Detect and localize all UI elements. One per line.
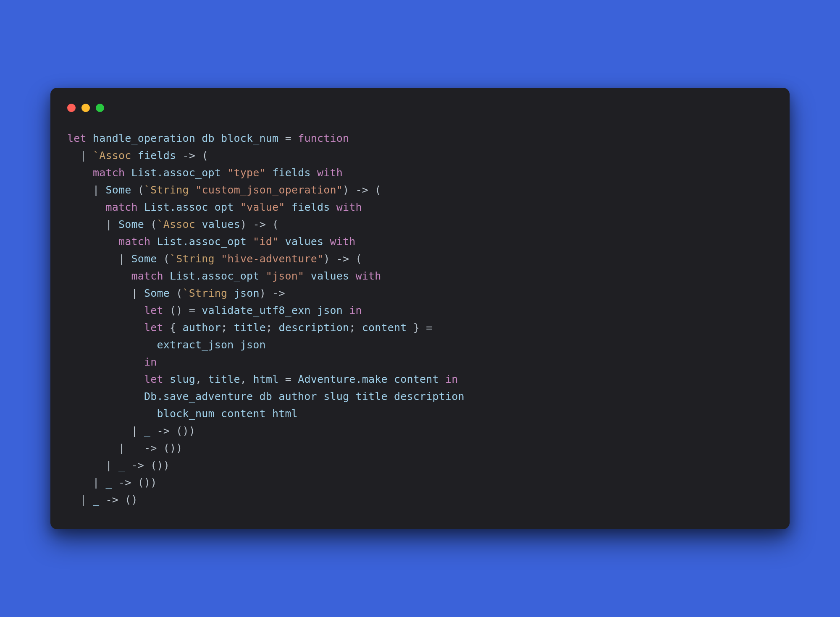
tag-string: `String bbox=[183, 287, 228, 299]
semi: ; bbox=[349, 322, 355, 334]
call-adventure-make: Adventure.make bbox=[298, 373, 388, 385]
paren-open: ( bbox=[202, 149, 208, 162]
arrow: -> bbox=[355, 184, 368, 196]
paren-close: ) bbox=[240, 218, 247, 230]
fn-handle-operation: handle_operation bbox=[93, 132, 195, 144]
kw-match: match bbox=[118, 235, 150, 248]
paren-close: ) bbox=[260, 287, 266, 299]
id-content: content bbox=[221, 408, 266, 420]
str-value: "value" bbox=[240, 201, 285, 213]
pipe: | bbox=[106, 218, 112, 230]
kw-with: with bbox=[330, 235, 355, 248]
field-author: author bbox=[183, 322, 221, 334]
arrow: -> bbox=[157, 425, 170, 437]
id-slug: slug bbox=[170, 373, 195, 385]
param-db: db bbox=[202, 132, 215, 144]
id-values: values bbox=[202, 218, 240, 230]
call-list-assoc-opt: List.assoc_opt bbox=[157, 235, 247, 248]
pipe: | bbox=[131, 287, 138, 299]
kw-function: function bbox=[298, 132, 349, 144]
tag-string: `String bbox=[144, 184, 189, 196]
kw-match: match bbox=[106, 201, 138, 213]
call-list-assoc-opt: List.assoc_opt bbox=[131, 167, 221, 179]
tag-assoc: `Assoc bbox=[93, 149, 131, 162]
close-icon[interactable] bbox=[67, 104, 76, 112]
id-json: json bbox=[240, 339, 266, 351]
code-window: let handle_operation db block_num = func… bbox=[50, 88, 790, 529]
kw-match: match bbox=[131, 270, 163, 282]
id-values: values bbox=[311, 270, 349, 282]
call-db-save-adventure: Db.save_adventure bbox=[144, 390, 253, 403]
id-content: content bbox=[394, 373, 439, 385]
kw-let: let bbox=[144, 373, 163, 385]
id-values: values bbox=[285, 235, 324, 248]
unit: () bbox=[170, 304, 183, 316]
id-html: html bbox=[272, 408, 298, 420]
field-title: title bbox=[234, 322, 266, 334]
wildcard: _ bbox=[93, 494, 99, 506]
pipe: | bbox=[93, 476, 99, 489]
id-author: author bbox=[278, 390, 317, 403]
minimize-icon[interactable] bbox=[81, 104, 90, 112]
ctor-some: Some bbox=[131, 253, 157, 265]
str-custom-json-operation: "custom_json_operation" bbox=[195, 184, 343, 196]
kw-in: in bbox=[349, 304, 362, 316]
id-json: json bbox=[234, 287, 260, 299]
arrow: -> bbox=[183, 149, 196, 162]
comma: , bbox=[195, 373, 202, 385]
id-fields: fields bbox=[272, 167, 311, 179]
ctor-some: Some bbox=[118, 218, 144, 230]
wildcard: _ bbox=[118, 459, 125, 471]
pipe: | bbox=[80, 149, 87, 162]
field-content: content bbox=[362, 322, 407, 334]
kw-let: let bbox=[144, 322, 163, 334]
pipe: | bbox=[106, 459, 112, 471]
tag-string: `String bbox=[170, 253, 215, 265]
ctor-some: Some bbox=[144, 287, 170, 299]
wildcard: _ bbox=[131, 442, 138, 454]
call-list-assoc-opt: List.assoc_opt bbox=[170, 270, 260, 282]
comma: , bbox=[240, 373, 247, 385]
id-title: title bbox=[208, 373, 240, 385]
window-titlebar bbox=[67, 104, 773, 112]
paren-open: ( bbox=[176, 287, 182, 299]
id-title: title bbox=[355, 390, 387, 403]
call-list-assoc-opt: List.assoc_opt bbox=[144, 201, 234, 213]
paren-open: ( bbox=[163, 253, 170, 265]
unit-close: ()) bbox=[150, 459, 170, 471]
id-slug: slug bbox=[323, 390, 349, 403]
pipe: | bbox=[118, 442, 125, 454]
zoom-icon[interactable] bbox=[96, 104, 104, 112]
brace-open: { bbox=[170, 322, 176, 334]
wildcard: _ bbox=[106, 476, 112, 489]
param-block-num: block_num bbox=[221, 132, 278, 144]
pipe: | bbox=[93, 184, 99, 196]
id-description: description bbox=[394, 390, 465, 403]
ctor-some: Some bbox=[106, 184, 131, 196]
semi: ; bbox=[221, 322, 227, 334]
kw-with: with bbox=[355, 270, 381, 282]
str-type: "type" bbox=[227, 167, 266, 179]
id-json: json bbox=[317, 304, 343, 316]
arrow: -> bbox=[144, 442, 157, 454]
paren-open: ( bbox=[272, 218, 278, 230]
eq: = bbox=[189, 304, 195, 316]
kw-with: with bbox=[336, 201, 362, 213]
paren-open: ( bbox=[138, 184, 144, 196]
arrow: -> bbox=[253, 218, 266, 230]
id-html: html bbox=[253, 373, 278, 385]
paren-open: ( bbox=[355, 253, 362, 265]
paren-open: ( bbox=[150, 218, 157, 230]
tag-assoc: `Assoc bbox=[157, 218, 196, 230]
kw-match: match bbox=[93, 167, 125, 179]
kw-let: let bbox=[144, 304, 163, 316]
id-block-num: block_num bbox=[157, 408, 215, 420]
eq: = bbox=[285, 373, 291, 385]
id-db: db bbox=[260, 390, 273, 403]
arrow: -> bbox=[106, 494, 119, 506]
pipe: | bbox=[80, 494, 87, 506]
eq: = bbox=[426, 322, 432, 334]
paren-close: ) bbox=[323, 253, 330, 265]
arrow: -> bbox=[272, 287, 285, 299]
pipe: | bbox=[131, 425, 138, 437]
